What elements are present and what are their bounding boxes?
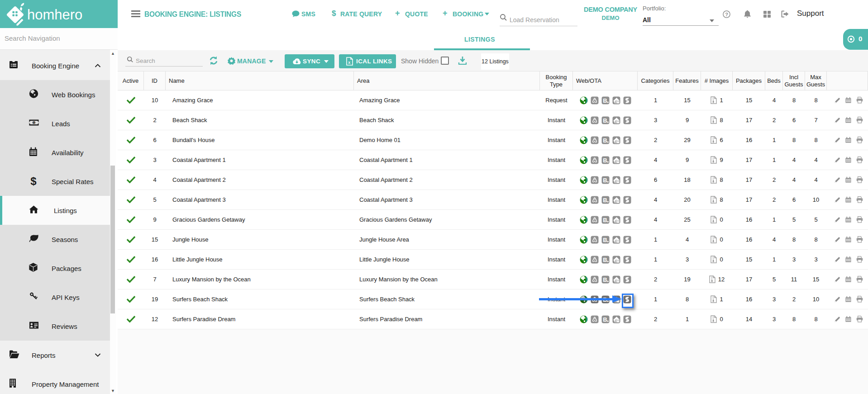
svg-text:?: ? xyxy=(725,12,728,17)
svg-text:1: 1 xyxy=(33,121,34,124)
svg-text:x: x xyxy=(348,60,350,65)
